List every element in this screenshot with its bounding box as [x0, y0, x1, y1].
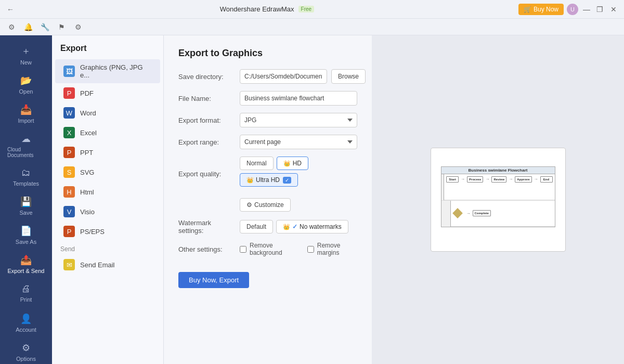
cart-icon: 🛒 — [524, 6, 531, 13]
sidebar-item-new[interactable]: ＋ New — [5, 41, 47, 70]
export-range-row: Export range: Current page All pages — [178, 135, 357, 149]
flow-box-3: Review — [491, 176, 506, 183]
sidebar-item-import[interactable]: 📥 Import — [5, 100, 47, 128]
ppt-label: PPT — [80, 149, 93, 157]
lane1-content: Start → Process → Review → Approve → — [444, 174, 554, 200]
quality-hd-label: HD — [293, 160, 302, 167]
sidebar-item-cloud[interactable]: ☁ Cloud Documents — [5, 129, 47, 162]
sidebar-item-pdf[interactable]: P PDF — [55, 83, 160, 103]
quality-options: Normal 👑 HD 👑 Ultra HD ✓ — [240, 157, 357, 187]
arrow-5: → — [466, 211, 471, 216]
sidebar-item-options[interactable]: ⚙ Options — [5, 338, 47, 364]
lane2-content: → Complete — [451, 201, 555, 227]
titlebar-center: Wondershare EdrawMax Free — [220, 5, 314, 13]
export-range-label: Export range: — [178, 138, 236, 146]
diamond-shape — [453, 209, 462, 218]
sidebar-item-templates[interactable]: 🗂 Templates — [5, 163, 47, 191]
tools-icon[interactable]: 🔧 — [38, 21, 51, 33]
visio-label: Visio — [80, 208, 95, 216]
sidebar-label-save: Save — [19, 210, 32, 216]
sidebar-item-visio[interactable]: V Visio — [55, 202, 160, 222]
crown-watermark-icon: 👑 — [283, 224, 290, 230]
sidebar-item-ppt[interactable]: P PPT — [55, 142, 160, 162]
sidebar-label-cloud: Cloud Documents — [7, 147, 45, 158]
export-quality-row: Export quality: Normal 👑 HD 👑 Ultra HD ✓ — [178, 157, 357, 191]
customize-button[interactable]: ⚙ Customize — [240, 198, 291, 212]
templates-icon: 🗂 — [21, 167, 31, 178]
sidebar-item-email[interactable]: ✉ Send Email — [55, 255, 160, 275]
sidebar-item-account[interactable]: 👤 Account — [5, 309, 47, 337]
account-icon: 👤 — [20, 313, 32, 324]
sidebar-label-new: New — [20, 59, 32, 66]
buy-now-button[interactable]: 🛒 Buy Now — [518, 4, 564, 15]
sidebar-item-pseps[interactable]: P PS/EPS — [55, 222, 160, 241]
watermark-label: Watermark settings: — [178, 219, 236, 235]
graphics-label: Graphics (PNG, JPG e... — [80, 63, 152, 79]
close-button[interactable]: ✕ — [608, 4, 619, 15]
sidebar-item-svg[interactable]: S SVG — [55, 162, 160, 182]
app-sidebar: ＋ New 📂 Open 📥 Import ☁ Cloud Documents … — [0, 35, 52, 364]
open-icon: 📂 — [20, 75, 32, 86]
excel-label: Excel — [80, 129, 97, 137]
save-directory-input[interactable] — [240, 69, 327, 84]
watermark-default-button[interactable]: Default — [240, 220, 273, 233]
other-settings-options: Remove background Remove margins — [240, 242, 357, 256]
file-name-input[interactable] — [240, 91, 357, 106]
content-area: Export to Graphics Save directory: Brows… — [164, 35, 624, 364]
pseps-label: PS/EPS — [80, 228, 105, 236]
other-settings-row: Other settings: Remove background Remove… — [178, 242, 357, 256]
remove-margins-label[interactable]: Remove margins — [307, 242, 357, 256]
swimlane-diagram: Business swimlane Flowchart Start → — [441, 166, 555, 227]
back-button[interactable]: ← — [5, 4, 16, 15]
flag-icon[interactable]: ⚑ — [55, 21, 68, 33]
saveas-icon: 📄 — [20, 225, 32, 237]
sidebar-item-saveas[interactable]: 📄 Save As — [5, 221, 47, 249]
quality-hd-button[interactable]: 👑 HD — [277, 157, 308, 170]
sidebar-item-html[interactable]: H Html — [55, 182, 160, 202]
sidebar-item-print[interactable]: 🖨 Print — [5, 279, 47, 307]
notification-icon[interactable]: 🔔 — [22, 21, 34, 33]
avatar[interactable]: U — [567, 4, 578, 15]
flow-box-2: Process — [467, 176, 483, 183]
options-icon[interactable]: ⚙ — [72, 21, 84, 33]
watermark-row: Watermark settings: Default 👑 ✓ No water… — [178, 219, 357, 235]
export-range-select[interactable]: Current page All pages — [240, 135, 357, 149]
buy-export-button[interactable]: Buy Now, Export — [178, 272, 249, 288]
svg-label: SVG — [80, 168, 94, 176]
import-icon: 📥 — [20, 104, 32, 115]
settings-icon[interactable]: ⚙ — [5, 21, 18, 33]
sidebar-item-export[interactable]: 📤 Export & Send — [5, 250, 47, 278]
save-directory-row: Save directory: Browse — [178, 69, 357, 84]
pdf-label: PDF — [80, 89, 94, 97]
sidebar-item-word[interactable]: W Word — [55, 103, 160, 123]
export-quality-label: Export quality: — [178, 170, 236, 178]
customize-icon: ⚙ — [246, 201, 252, 209]
sidebar-label-open: Open — [19, 88, 33, 95]
remove-background-checkbox[interactable] — [240, 246, 246, 253]
remove-background-label[interactable]: Remove background — [240, 242, 299, 256]
sidebar-label-options: Options — [16, 356, 36, 362]
flow-box-5: End — [540, 176, 553, 183]
export-format-select[interactable]: JPG PNG BMP SVG — [240, 113, 357, 127]
browse-button[interactable]: Browse — [331, 69, 366, 84]
sidebar-item-save[interactable]: 💾 Save — [5, 192, 47, 220]
export-form: Export to Graphics Save directory: Brows… — [164, 35, 372, 364]
quality-uhd-button[interactable]: 👑 Ultra HD ✓ — [240, 173, 298, 187]
excel-icon: X — [63, 127, 75, 138]
sidebar-item-graphics[interactable]: 🖼 Graphics (PNG, JPG e... — [55, 59, 160, 83]
form-title: Export to Graphics — [178, 48, 357, 59]
lane2-label — [441, 201, 451, 227]
remove-margins-checkbox[interactable] — [307, 246, 314, 253]
email-icon: ✉ — [63, 259, 75, 270]
sidebar-item-excel[interactable]: X Excel — [55, 123, 160, 142]
html-icon: H — [63, 186, 75, 198]
main-area: ＋ New 📂 Open 📥 Import ☁ Cloud Documents … — [0, 35, 624, 364]
swimlane-row-1: Start → Process → Review → Approve → — [441, 174, 555, 201]
sidebar-item-open[interactable]: 📂 Open — [5, 71, 47, 99]
minimize-button[interactable]: — — [581, 4, 592, 15]
options-nav-icon: ⚙ — [22, 342, 30, 354]
restore-button[interactable]: ❐ — [595, 4, 605, 15]
quality-normal-button[interactable]: Normal — [240, 157, 274, 170]
no-watermark-button[interactable]: 👑 ✓ No watermarks — [276, 220, 348, 233]
pdf-icon: P — [63, 87, 75, 99]
